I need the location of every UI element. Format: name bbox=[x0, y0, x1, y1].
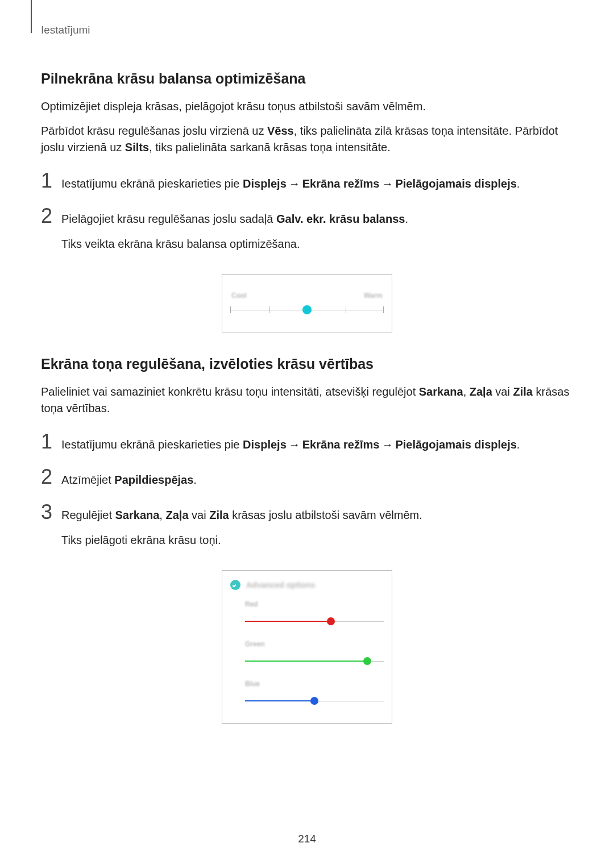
advanced-options-label: Advanced options bbox=[246, 580, 315, 589]
blue-label: Blue bbox=[245, 680, 384, 688]
section1-para2: Pārbīdot krāsu regulēšanas joslu virzien… bbox=[41, 123, 573, 156]
figure-rgb: Advanced options Red Green Blue bbox=[41, 570, 573, 724]
red-block: Red bbox=[245, 600, 384, 626]
page-number: 214 bbox=[0, 833, 614, 845]
slider-labels: Cool Warm bbox=[230, 292, 384, 300]
step-2: 2 Atzīmējiet Papildiespējas. bbox=[41, 467, 573, 488]
step-number: 2 bbox=[41, 206, 61, 226]
step-number: 2 bbox=[41, 467, 61, 487]
green-label: Green bbox=[245, 640, 384, 648]
section2-steps: 1 Iestatījumu ekrānā pieskarieties pie D… bbox=[41, 431, 573, 556]
step-3: 3 Regulējiet Sarkana, Zaļa vai Zila krās… bbox=[41, 502, 573, 556]
color-balance-slider[interactable] bbox=[230, 304, 384, 315]
cool-label: Cool bbox=[231, 292, 247, 300]
warm-label: Warm bbox=[364, 292, 383, 300]
section1-steps: 1 Iestatījumu ekrānā pieskarieties pie D… bbox=[41, 171, 573, 260]
green-slider[interactable] bbox=[245, 656, 384, 666]
red-slider[interactable] bbox=[245, 616, 384, 626]
section2-intro: Palieliniet vai samaziniet konkrētu krās… bbox=[41, 384, 573, 417]
breadcrumb: Iestatījumi bbox=[41, 24, 573, 36]
advanced-options-row[interactable]: Advanced options bbox=[230, 580, 384, 590]
blue-slider[interactable] bbox=[245, 696, 384, 706]
step-number: 3 bbox=[41, 502, 61, 522]
slider-knob[interactable] bbox=[327, 617, 335, 625]
blue-block: Blue bbox=[245, 680, 384, 706]
section1-intro: Optimizējiet displeja krāsas, pielāgojot… bbox=[41, 98, 573, 115]
red-label: Red bbox=[245, 600, 384, 608]
section1-heading: Pilnekrāna krāsu balansa optimizēšana bbox=[41, 70, 573, 87]
step-1: 1 Iestatījumu ekrānā pieskarieties pie D… bbox=[41, 171, 573, 192]
figure-color-balance: Cool Warm bbox=[41, 274, 573, 333]
green-block: Green bbox=[245, 640, 384, 666]
step-number: 1 bbox=[41, 171, 61, 191]
check-icon[interactable] bbox=[230, 580, 240, 590]
slider-knob[interactable] bbox=[302, 305, 312, 314]
step-2: 2 Pielāgojiet krāsu regulēšanas joslu sa… bbox=[41, 206, 573, 260]
slider-knob[interactable] bbox=[363, 657, 371, 665]
step-1: 1 Iestatījumu ekrānā pieskarieties pie D… bbox=[41, 431, 573, 453]
slider-knob[interactable] bbox=[310, 697, 318, 705]
section2-heading: Ekrāna toņa regulēšana, izvēloties krāsu… bbox=[41, 356, 573, 372]
page-edge-mark bbox=[31, 0, 32, 33]
step-number: 1 bbox=[41, 431, 61, 452]
